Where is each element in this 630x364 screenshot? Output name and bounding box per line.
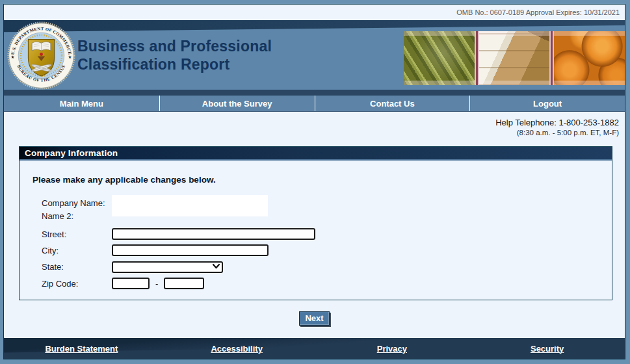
nav-item-main-menu[interactable]: Main Menu xyxy=(4,96,159,111)
company-information-panel: Company Information Please make any appl… xyxy=(19,146,612,300)
street-row: Street: xyxy=(42,228,612,240)
city-row: City: xyxy=(42,244,612,256)
city-label: City: xyxy=(42,246,112,255)
zip-separator: - xyxy=(155,279,158,289)
footer-link-burden-statement[interactable]: Burden Statement xyxy=(4,344,159,354)
company-name-value xyxy=(112,195,268,205)
main-content: Help Telephone: 1-800-253-1882 (8:30 a.m… xyxy=(4,112,625,338)
machine-screws-photo xyxy=(404,31,475,85)
city-input[interactable] xyxy=(112,244,269,256)
state-row: State: xyxy=(42,261,612,273)
footer-link-privacy[interactable]: Privacy xyxy=(315,344,470,354)
company-name-row: Company Name: Name 2: xyxy=(42,195,612,223)
zip-code-row: Zip Code: - xyxy=(42,278,612,289)
census-seal-graphic: U.S. DEPARTMENT OF COMMERCE BUREAU OF TH… xyxy=(7,21,75,90)
state-select[interactable] xyxy=(112,261,223,273)
footer-link-accessibility[interactable]: Accessibility xyxy=(159,344,315,354)
panel-title-bar: Company Information xyxy=(20,147,612,161)
company-name-label: Company Name: xyxy=(42,197,112,210)
header-divider-strip xyxy=(4,90,625,96)
street-label: Street: xyxy=(42,229,112,239)
zip-code-label: Zip Code: xyxy=(42,279,112,289)
header-banner: U.S. DEPARTMENT OF COMMERCE BUREAU OF TH… xyxy=(4,20,625,90)
seal-red-emblem xyxy=(40,53,43,56)
seal-right-star-icon: ★ xyxy=(68,55,72,59)
photo-separator xyxy=(549,31,554,85)
main-navigation: Main Menu About the Survey Contact Us Lo… xyxy=(4,96,625,112)
help-telephone-hours: (8:30 a.m. - 5:00 p.m. ET, M-F) xyxy=(4,129,619,136)
zip-plus4-input[interactable] xyxy=(164,278,204,289)
page: OMB No.: 0607-0189 Approval Expires: 10/… xyxy=(3,4,625,359)
company-name-display xyxy=(112,195,268,216)
help-telephone-number: Help Telephone: 1-800-253-1882 xyxy=(4,118,619,127)
name2-label: Name 2: xyxy=(42,210,112,223)
nav-item-about-the-survey[interactable]: About the Survey xyxy=(159,96,315,111)
photo-separator xyxy=(475,31,479,85)
app-title: Business and Professional Classification… xyxy=(77,37,272,73)
nav-item-contact-us[interactable]: Contact Us xyxy=(315,96,470,111)
panel-title: Company Information xyxy=(25,148,118,158)
app-title-line1: Business and Professional xyxy=(77,37,272,55)
help-telephone-block: Help Telephone: 1-800-253-1882 (8:30 a.m… xyxy=(4,112,625,136)
instruction-text: Please make any applicable changes below… xyxy=(33,175,612,185)
nav-item-logout[interactable]: Logout xyxy=(469,96,625,111)
button-row: Next xyxy=(4,311,625,326)
next-button[interactable]: Next xyxy=(299,311,330,326)
seal-left-star-icon: ★ xyxy=(11,55,15,59)
header-photo-strip xyxy=(404,31,625,85)
street-input[interactable] xyxy=(112,228,315,240)
name2-value xyxy=(112,205,268,216)
app-title-line2: Classification Report xyxy=(77,55,272,73)
cardboard-boxes-photo xyxy=(479,31,550,85)
footer-bar: Burden Statement Accessibility Privacy S… xyxy=(4,338,625,359)
omb-approval-text: OMB No.: 0607-0189 Approval Expires: 10/… xyxy=(456,8,620,16)
omb-approval-bar: OMB No.: 0607-0189 Approval Expires: 10/… xyxy=(4,5,625,20)
census-bureau-seal: U.S. DEPARTMENT OF COMMERCE BUREAU OF TH… xyxy=(7,21,75,90)
state-label: State: xyxy=(42,262,112,272)
oranges-photo xyxy=(554,31,625,85)
footer-link-security[interactable]: Security xyxy=(469,344,625,354)
zip-code-input[interactable] xyxy=(112,278,150,289)
